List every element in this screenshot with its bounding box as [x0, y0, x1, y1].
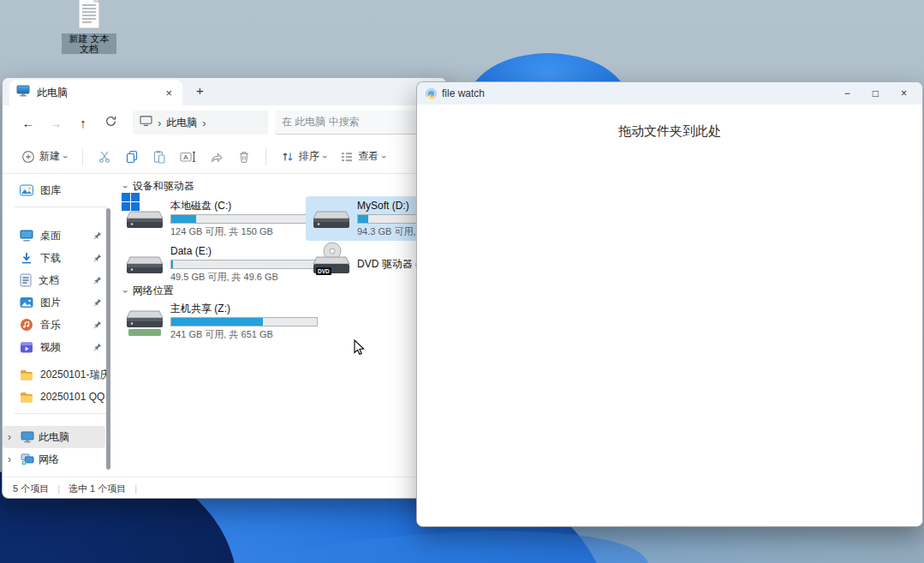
sidebar-item-label: 桌面 [40, 229, 61, 243]
new-tab-button[interactable]: + [196, 83, 204, 98]
explorer-tab-this-pc[interactable]: 此电脑 × [9, 80, 182, 105]
chevron-down-icon: › [379, 155, 390, 159]
chevron-right-icon[interactable]: › [8, 453, 16, 465]
view-button[interactable]: 查看 › [335, 144, 391, 170]
back-button[interactable]: ← [15, 116, 42, 130]
explorer-window[interactable]: 此电脑 × + ← → ↑ › 此电脑 › 在 此电脑 中搜索 新建 [2, 77, 447, 499]
drive-usage-bar [170, 317, 318, 326]
copy-button[interactable] [120, 144, 144, 170]
sidebar-item-folder-2[interactable]: 20250101 QQ [3, 386, 116, 408]
refresh-button[interactable] [97, 115, 124, 130]
drive-usage-bar [170, 260, 318, 269]
sidebar-item-label: 下载 [40, 251, 61, 266]
file-watch-drop-zone[interactable]: 拖动文件夹到此处 [417, 105, 922, 527]
breadcrumb-separator-icon: › [158, 117, 161, 129]
drop-hint-text: 拖动文件夹到此处 [417, 123, 922, 140]
rename-button[interactable]: A [175, 144, 201, 170]
explorer-content: › 设备和驱动器 本地磁盘 (C:) [116, 174, 446, 476]
sidebar-item-downloads[interactable]: 下载 [3, 247, 116, 269]
sidebar-item-this-pc[interactable]: › 此电脑 [3, 426, 105, 448]
pin-icon [93, 276, 102, 284]
file-watch-title-bar[interactable]: file watch − □ × [417, 82, 922, 105]
sidebar-item-network[interactable]: › 网络 [3, 448, 116, 470]
explorer-navigation-bar: ← → ↑ › 此电脑 › 在 此电脑 中搜索 [3, 105, 446, 140]
sort-button[interactable]: 排序 › [276, 144, 332, 170]
drive-info: 124 GB 可用, 共 150 GB [170, 225, 301, 238]
explorer-toolbar: 新建 › A 排序 › 查看 › [3, 140, 446, 174]
search-input[interactable]: 在 此电脑 中搜索 [275, 111, 420, 135]
drive-tile-z[interactable]: 主机共享 (Z:) 241 GB 可用, 共 651 GB [119, 299, 306, 344]
drive-tile-e[interactable]: Data (E:) 49.5 GB 可用, 共 49.6 GB [119, 242, 306, 286]
section-header-devices[interactable]: › 设备和驱动器 [124, 179, 194, 194]
desktop-icon-new-text-document[interactable]: 新建 文本 文档 [62, 0, 116, 56]
share-button[interactable] [205, 144, 229, 170]
chevron-down-icon: › [121, 290, 131, 293]
breadcrumb[interactable]: › 此电脑 › [133, 111, 268, 135]
clipboard-icon [152, 150, 166, 164]
maximize-button[interactable]: □ [873, 87, 879, 99]
chevron-down-icon: › [121, 185, 131, 189]
sidebar-item-gallery[interactable]: 图库 [3, 179, 116, 201]
pin-icon [93, 231, 102, 240]
drive-tile-c[interactable]: 本地磁盘 (C:) 124 GB 可用, 共 150 GB [119, 196, 306, 241]
document-icon [20, 273, 32, 287]
tab-title: 此电脑 [37, 86, 155, 100]
this-pc-icon [16, 85, 30, 100]
sidebar-item-label: 文档 [39, 273, 59, 288]
sidebar-item-label: 此电脑 [39, 430, 69, 445]
forward-button[interactable]: → [42, 116, 69, 130]
status-divider: | [57, 483, 60, 494]
sidebar-item-desktop[interactable]: 桌面 [3, 225, 116, 247]
up-button[interactable]: ↑ [69, 116, 97, 130]
status-item-count: 5 个项目 [13, 482, 49, 495]
gallery-icon [20, 183, 33, 197]
drive-name: 主机共享 (Z:) [170, 302, 301, 314]
pin-icon [93, 320, 102, 329]
sidebar-divider [15, 413, 107, 414]
folder-icon [20, 392, 33, 403]
chevron-right-icon[interactable]: › [8, 431, 16, 443]
file-watch-app-icon [426, 88, 437, 99]
pin-icon [93, 254, 102, 262]
section-title: 设备和驱动器 [133, 179, 194, 194]
videos-icon [20, 341, 33, 354]
sidebar-item-label: 20250101 QQ [40, 391, 104, 403]
sort-button-label: 排序 [299, 149, 319, 164]
paste-button[interactable] [147, 144, 171, 170]
desktop-icon [20, 230, 33, 242]
sidebar-item-pictures[interactable]: 图片 [3, 291, 116, 314]
section-header-network-locations[interactable]: › 网络位置 [124, 284, 174, 298]
sidebar-item-videos[interactable]: 视频 [3, 336, 116, 358]
explorer-sidebar: 图库 桌面 下载 文档 图片 [3, 174, 116, 476]
minimize-button[interactable]: − [844, 87, 850, 99]
file-watch-window[interactable]: file watch − □ × 拖动文件夹到此处 [416, 81, 923, 527]
trash-icon [237, 150, 251, 164]
sidebar-item-documents[interactable]: 文档 [3, 269, 116, 291]
explorer-status-bar: 5 个项目 | 选中 1 个项目 | [3, 476, 446, 499]
folder-icon [20, 369, 33, 380]
close-button[interactable]: × [901, 87, 907, 99]
desktop-icon-label: 新建 文本 文档 [62, 33, 116, 54]
network-drive-icon [124, 302, 164, 340]
hard-drive-icon [311, 200, 350, 237]
sidebar-item-label: 网络 [39, 452, 59, 467]
pictures-icon [20, 296, 33, 309]
sidebar-item-folder-1[interactable]: 20250101-瑞庆 [3, 363, 116, 386]
delete-button[interactable] [232, 144, 256, 170]
breadcrumb-this-pc[interactable]: 此电脑 [166, 116, 197, 130]
section-title: 网络位置 [133, 284, 174, 298]
sidebar-scrollbar[interactable] [106, 208, 110, 470]
chevron-down-icon: › [320, 155, 331, 159]
cut-button[interactable] [92, 144, 116, 170]
sidebar-item-music[interactable]: 音乐 [3, 314, 116, 336]
computer-icon [140, 115, 152, 130]
drive-info: 241 GB 可用, 共 651 GB [170, 328, 301, 341]
toolbar-divider [82, 148, 83, 165]
mouse-cursor [354, 339, 366, 356]
tab-close-icon[interactable]: × [162, 87, 176, 99]
new-button[interactable]: 新建 › [16, 144, 73, 170]
rename-icon: A [180, 150, 196, 164]
drive-info: 49.5 GB 可用, 共 49.6 GB [170, 271, 301, 284]
music-icon [20, 318, 33, 332]
sidebar-item-label: 图库 [40, 183, 61, 198]
